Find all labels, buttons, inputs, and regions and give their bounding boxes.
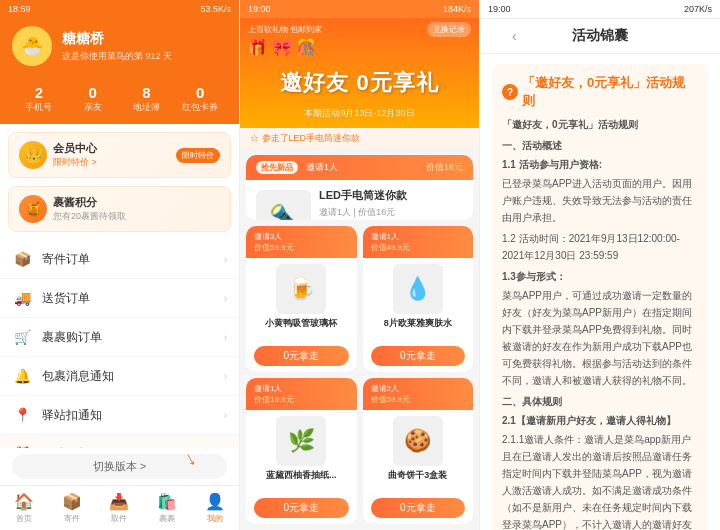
- product-card-1: 抢先新品 邀请1人 价值16元 🔦 LED手电筒迷你款 邀请1人 | 价值16元…: [246, 155, 473, 220]
- package-icon: 📦: [62, 492, 82, 511]
- nav-mine-label: 我的: [207, 513, 223, 524]
- sauce-points[interactable]: 🍯 裹酱积分 您有20裹酱待领取: [8, 186, 231, 232]
- nav-send[interactable]: 📦 寄件: [48, 486, 96, 530]
- card3-take-btn[interactable]: 0元拿走: [371, 346, 466, 366]
- sauce-subtitle: 您有20裹酱待领取: [53, 210, 220, 223]
- card2-header: 邀请3人 价值59.9元: [246, 226, 357, 258]
- rules-main-heading: 「邀好友，0元享礼」活动规则: [522, 74, 698, 110]
- rules-text-content: 「邀好友，0元享礼」活动规则 一、活动概述 1.1 活动参与用户资格: 已登录菜…: [502, 116, 698, 530]
- nav-take-label: 取件: [111, 513, 127, 524]
- member-icon: 👑: [19, 141, 47, 169]
- stat-address-number: 8: [120, 84, 174, 101]
- stat-friends-number: 0: [66, 84, 120, 101]
- rules-scroll[interactable]: ? 「邀好友，0元享礼」活动规则 「邀好友，0元享礼」活动规则 一、活动概述 1…: [480, 54, 720, 530]
- banner-record-btn[interactable]: 兑换记录: [427, 22, 471, 37]
- card3-name: 8片欧莱雅爽肤水: [371, 318, 466, 342]
- avatar: 🐣: [12, 26, 52, 66]
- invite-notice-text: ☆ 参走了LED手电筒迷你款: [250, 132, 360, 145]
- rules-para-5: 1.3参与形式：: [502, 268, 698, 285]
- stat-phone-number: 2: [12, 84, 66, 101]
- invite-icon: 🎁: [12, 444, 32, 448]
- status-time-mid: 19:00: [248, 4, 271, 14]
- menu-label-buy: 裹裹购订单: [42, 329, 214, 346]
- card1-product: 🔦 LED手电筒迷你款 邀请1人 | 价值16元 0元拿走: [246, 180, 473, 220]
- card4-req: 邀请1人: [254, 383, 349, 394]
- card3-img: 💧: [393, 264, 443, 314]
- back-btn[interactable]: ‹: [512, 28, 517, 44]
- stats-bar: 2 手机号 0 亲友 8 地址簿 0 红包卡券: [0, 78, 239, 124]
- sauce-text: 裹酱积分 您有20裹酱待领取: [53, 195, 220, 223]
- stat-phone-label: 手机号: [12, 101, 66, 114]
- menu-item-invite[interactable]: 🎁 邀请有礼 New ›: [0, 435, 239, 448]
- member-center[interactable]: 👑 会员中心 限时特价 > 限时特价: [8, 132, 231, 178]
- rules-para-2: 1.1 活动参与用户资格:: [502, 156, 698, 173]
- nav-home[interactable]: 🏠 首页: [0, 486, 48, 530]
- card1-req: 邀请1人: [306, 161, 338, 174]
- home-icon: 🏠: [14, 492, 34, 511]
- station-icon: 📍: [12, 405, 32, 425]
- left-panel: 18:59 53.5K/s 🐣 糖糖桥 这是你使用菜鸟的第 912 天 2 手机…: [0, 0, 240, 530]
- banner-top-text: 上百软礼物 包邮到家: [248, 24, 322, 35]
- card5-req: 邀请2人: [371, 383, 466, 394]
- menu-label-notify: 包裹消息通知: [42, 368, 214, 385]
- menu-label-send: 寄件订单: [42, 251, 214, 268]
- status-signal-left: 53.5K/s: [200, 4, 231, 14]
- card4-header: 邀请1人 价值19.9元: [246, 378, 357, 410]
- sauce-title: 裹酱积分: [53, 195, 220, 210]
- menu-item-send[interactable]: 📦 寄件订单 ›: [0, 240, 239, 279]
- rules-question-icon: ?: [502, 84, 518, 100]
- nav-send-label: 寄件: [64, 513, 80, 524]
- menu-label-deliver: 送货订单: [42, 290, 214, 307]
- rules-para-6: 菜鸟APP用户，可通过成功邀请一定数量的好友（好友为菜鸟APP新用户）在指定期间…: [502, 287, 698, 389]
- card1-header: 抢先新品 邀请1人 价值16元: [246, 155, 473, 180]
- menu-item-buy[interactable]: 🛒 裹裹购订单 ›: [0, 318, 239, 357]
- card5-take-btn[interactable]: 0元拿走: [371, 498, 466, 518]
- member-title: 会员中心: [53, 141, 170, 156]
- status-signal-mid: 184K/s: [443, 4, 471, 14]
- menu-item-notify[interactable]: 🔔 包裹消息通知 ›: [0, 357, 239, 396]
- invite-notice: ☆ 参走了LED手电筒迷你款: [240, 128, 479, 149]
- rules-para-4: 1.2 活动时间：2021年9月13日12:00:00-2021年12月30日 …: [502, 230, 698, 264]
- two-col-row-1: 邀请3人 价值59.9元 🍺 小黄鸭吸管玻璃杯 0元拿走 邀请1人 价值49.9…: [246, 226, 473, 372]
- nav-mine[interactable]: 👤 我的: [191, 486, 239, 530]
- card3-price: 价值49.9元: [371, 242, 466, 253]
- profile-info: 糖糖桥 这是你使用菜鸟的第 912 天: [62, 30, 227, 63]
- menu-item-station[interactable]: 📍 驿站扣通知 ›: [0, 396, 239, 435]
- banner-main-title: 邀好友 0元享礼: [280, 68, 438, 98]
- rules-para-7: 二、具体规则: [502, 393, 698, 410]
- member-badge: 限时特价: [176, 148, 220, 163]
- card2-take-btn[interactable]: 0元拿走: [254, 346, 349, 366]
- right-header: ‹ 活动锦囊: [480, 19, 720, 54]
- rules-section-title: ? 「邀好友，0元享礼」活动规则: [502, 74, 698, 110]
- notify-icon: 🔔: [12, 366, 32, 386]
- arrow-icon-buy: ›: [224, 332, 227, 343]
- status-bar-right: 19:00 207K/s: [480, 0, 720, 19]
- card4-name: 蓝黛西柚香抽纸...: [254, 470, 349, 494]
- hero-banner: 上百软礼物 包邮到家 兑换记录 🎁 🎀 🎊 邀好友 0元享礼 本期活动9月13日…: [240, 18, 479, 128]
- card5-img: 🍪: [393, 416, 443, 466]
- card5-header: 邀请2人 价值59.9元: [363, 378, 474, 410]
- nav-home-label: 首页: [16, 513, 32, 524]
- card1-product-name: LED手电筒迷你款: [319, 188, 463, 202]
- status-time-left: 18:59: [8, 4, 31, 14]
- card2-img: 🍺: [276, 264, 326, 314]
- stat-friends: 0 亲友: [66, 84, 120, 114]
- product-card-4: 邀请1人 价值19.9元 🌿 蓝黛西柚香抽纸... 0元拿走: [246, 378, 357, 524]
- card2-body: 🍺 小黄鸭吸管玻璃杯 0元拿走: [246, 258, 357, 372]
- rules-para-1: 一、活动概述: [502, 137, 698, 154]
- gift-box-2: 🎀: [272, 38, 292, 57]
- arrow-icon-station: ›: [224, 410, 227, 421]
- card4-take-btn[interactable]: 0元拿走: [254, 498, 349, 518]
- rules-section: ? 「邀好友，0元享礼」活动规则 「邀好友，0元享礼」活动规则 一、活动概述 1…: [492, 64, 708, 530]
- nav-crumbs[interactable]: 🛍️ 裹裹: [143, 486, 191, 530]
- nav-take[interactable]: 📥 取件: [96, 486, 144, 530]
- rules-para-0: 「邀好友，0元享礼」活动规则: [502, 116, 698, 133]
- right-panel-title: 活动锦囊: [572, 27, 628, 45]
- card2-req: 邀请3人: [254, 231, 349, 242]
- menu-item-deliver[interactable]: 🚚 送货订单 ›: [0, 279, 239, 318]
- nav-crumbs-label: 裹裹: [159, 513, 175, 524]
- status-time-right: 19:00: [488, 4, 511, 14]
- products-scroll[interactable]: 抢先新品 邀请1人 价值16元 🔦 LED手电筒迷你款 邀请1人 | 价值16元…: [240, 149, 479, 530]
- arrow-icon-deliver: ›: [224, 293, 227, 304]
- stat-phone: 2 手机号: [12, 84, 66, 114]
